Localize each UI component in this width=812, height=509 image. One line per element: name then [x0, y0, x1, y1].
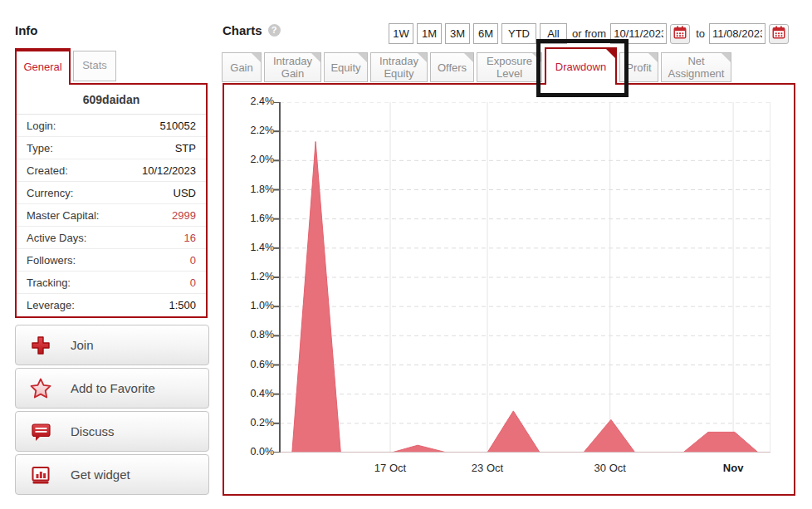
tab-gain[interactable]: Gain	[222, 52, 262, 82]
drawdown-chart-panel: 2.4%2.2%2.0%1.8%1.6%1.4%1.2%1.0%0.8%0.6%…	[223, 83, 795, 496]
star-icon	[29, 377, 52, 400]
y-tick-label: 1.4%	[224, 242, 274, 253]
info-row-leverage: Leverage: 1:500	[17, 294, 206, 316]
row-value: 1:500	[169, 299, 196, 311]
from-date-input[interactable]	[610, 23, 667, 44]
join-button[interactable]: Join	[15, 325, 209, 365]
widget-chart-icon	[29, 463, 52, 487]
speech-bubble-icon	[29, 420, 52, 443]
tab-profit[interactable]: Profit	[619, 52, 658, 82]
info-row-followers: Followers: 0	[17, 249, 206, 272]
row-value: 2999	[172, 209, 196, 222]
add-to-favorite-button-label: Add to Favorite	[71, 381, 155, 395]
info-row-login: Login: 510052	[17, 115, 206, 137]
folded-corner-icon	[311, 53, 320, 62]
to-label: to	[696, 27, 705, 40]
row-label: Master Capital:	[27, 209, 99, 222]
row-label: Created:	[27, 164, 68, 177]
row-label: Currency:	[27, 187, 73, 199]
info-tabs: General Stats	[15, 48, 116, 85]
question-mark-icon[interactable]: ?	[268, 24, 281, 37]
range-button-6m[interactable]: 6M	[473, 23, 498, 44]
y-tick-label: 0.4%	[224, 388, 274, 399]
info-row-created: Created: 10/12/2023	[17, 159, 206, 182]
to-date-calendar-button[interactable]	[769, 24, 789, 44]
row-label: Followers:	[27, 254, 76, 267]
range-button-all[interactable]: All	[540, 23, 567, 44]
get-widget-button-label: Get widget	[71, 467, 130, 482]
get-widget-button[interactable]: Get widget	[15, 454, 209, 495]
row-value: 510052	[160, 120, 196, 132]
to-date-input[interactable]	[709, 23, 766, 44]
tab-label: Drawdown	[555, 61, 606, 73]
row-value: USD	[174, 187, 196, 199]
range-button-1m[interactable]: 1M	[417, 23, 442, 44]
charts-section-title: Charts ?	[223, 23, 281, 37]
range-button-ytd[interactable]: YTD	[501, 23, 536, 44]
row-value: 16	[184, 232, 196, 244]
row-value: 0	[190, 277, 196, 289]
tab-offers[interactable]: Offers	[430, 52, 474, 82]
range-button-1w[interactable]: 1W	[389, 23, 413, 44]
drawdown-area-chart[interactable]	[273, 102, 770, 453]
info-row-tracking: Tracking: 0	[17, 272, 206, 294]
folded-corner-icon	[722, 53, 731, 62]
folded-corner-icon	[358, 53, 367, 62]
y-tick-label: 2.2%	[224, 125, 274, 136]
tab-general[interactable]: General	[15, 48, 71, 85]
row-label: Leverage:	[27, 299, 75, 311]
y-tick-label: 1.8%	[224, 184, 274, 195]
action-buttons: Join Add to Favorite	[15, 325, 209, 497]
range-controls: 1W 1M 3M 6M YTD All or from to	[389, 23, 793, 44]
tab-label: Offers	[438, 61, 467, 74]
info-row-type: Type: STP	[17, 137, 206, 159]
tab-equity[interactable]: Equity	[324, 52, 368, 82]
x-tick-label: 23 Oct	[472, 462, 503, 474]
info-row-currency: Currency: USD	[17, 182, 206, 204]
account-info-panel: 609daidan Login: 510052 Type: STP Create…	[15, 83, 208, 318]
tab-intraday-gain[interactable]: Intraday Gain	[264, 52, 321, 82]
tab-label: Gain	[230, 61, 252, 74]
folded-corner-icon	[252, 53, 261, 62]
page: Info General Stats 609daidan Login: 5100…	[0, 0, 812, 509]
chart-tabs: Gain Intraday Gain Equity Intraday Equit…	[222, 47, 734, 85]
y-tick-label: 0.8%	[224, 329, 274, 340]
row-value: 0	[190, 254, 196, 267]
y-tick-label: 2.0%	[224, 154, 274, 165]
plus-icon	[29, 334, 52, 357]
info-row-master-capital: Master Capital: 2999	[17, 204, 206, 227]
y-tick-label: 1.2%	[224, 271, 274, 282]
tab-stats[interactable]: Stats	[73, 51, 116, 81]
y-tick-label: 1.6%	[224, 213, 274, 224]
discuss-button-label: Discuss	[71, 424, 115, 438]
tab-intraday-equity[interactable]: Intraday Equity	[370, 52, 428, 82]
row-label: Login:	[27, 120, 56, 132]
row-label: Tracking:	[27, 277, 71, 289]
tab-drawdown[interactable]: Drawdown	[545, 47, 617, 85]
tab-net-assignment[interactable]: Net Assignment	[661, 52, 731, 82]
range-button-3m[interactable]: 3M	[445, 23, 470, 44]
row-value: STP	[175, 142, 196, 154]
tab-label: Equity	[330, 61, 360, 74]
y-tick-label: 1.0%	[224, 300, 274, 311]
add-to-favorite-button[interactable]: Add to Favorite	[15, 368, 209, 409]
folded-corner-icon	[606, 49, 615, 58]
or-from-label: or from	[572, 27, 606, 40]
info-row-active-days: Active Days: 16	[17, 227, 206, 249]
row-label: Active Days:	[27, 232, 86, 244]
x-tick-label: 17 Oct	[374, 462, 406, 474]
folded-corner-icon	[532, 53, 541, 62]
calendar-icon	[771, 25, 786, 43]
tab-label: Net Assignment	[662, 55, 731, 80]
discuss-button[interactable]: Discuss	[15, 411, 209, 452]
calendar-icon	[673, 25, 687, 43]
y-tick-label: 0.0%	[224, 446, 274, 458]
from-date-calendar-button[interactable]	[670, 24, 690, 44]
x-tick-label: 30 Oct	[594, 462, 626, 474]
tab-exposure-level[interactable]: Exposure Level	[477, 52, 542, 82]
folded-corner-icon	[418, 53, 427, 62]
row-value: 10/12/2023	[142, 164, 196, 177]
y-tick-label: 2.4%	[224, 95, 274, 107]
join-button-label: Join	[71, 338, 94, 352]
x-tick-label: Nov	[723, 462, 744, 474]
